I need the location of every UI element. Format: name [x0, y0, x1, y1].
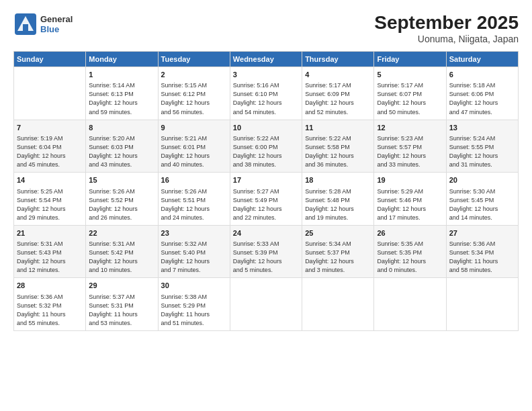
- day-number: 24: [233, 228, 299, 238]
- day-number: 18: [305, 175, 371, 185]
- calendar-cell: 30Sunrise: 5:38 AM Sunset: 5:29 PM Dayli…: [158, 278, 230, 331]
- header-day-wednesday: Wednesday: [230, 52, 302, 67]
- cell-info: Sunrise: 5:21 AM Sunset: 6:01 PM Dayligh…: [161, 134, 227, 169]
- calendar-header-row: SundayMondayTuesdayWednesdayThursdayFrid…: [14, 52, 519, 67]
- calendar-cell: 10Sunrise: 5:22 AM Sunset: 6:00 PM Dayli…: [230, 120, 302, 173]
- logo-general: General: [40, 14, 73, 24]
- cell-info: Sunrise: 5:23 AM Sunset: 5:57 PM Dayligh…: [377, 134, 443, 169]
- cell-info: Sunrise: 5:30 AM Sunset: 5:45 PM Dayligh…: [449, 187, 515, 222]
- calendar-cell: [374, 278, 446, 331]
- day-number: 10: [233, 123, 299, 133]
- cell-info: Sunrise: 5:38 AM Sunset: 5:29 PM Dayligh…: [161, 293, 227, 328]
- cell-info: Sunrise: 5:36 AM Sunset: 5:34 PM Dayligh…: [449, 240, 515, 275]
- cell-info: Sunrise: 5:18 AM Sunset: 6:06 PM Dayligh…: [449, 81, 515, 116]
- day-number: 22: [89, 228, 154, 238]
- cell-info: Sunrise: 5:14 AM Sunset: 6:13 PM Dayligh…: [89, 81, 154, 116]
- day-number: 21: [17, 228, 83, 238]
- calendar-cell: 29Sunrise: 5:37 AM Sunset: 5:31 PM Dayli…: [86, 278, 158, 331]
- cell-info: Sunrise: 5:17 AM Sunset: 6:09 PM Dayligh…: [305, 81, 371, 116]
- day-number: 27: [449, 228, 515, 238]
- calendar-cell: 27Sunrise: 5:36 AM Sunset: 5:34 PM Dayli…: [446, 225, 518, 278]
- day-number: 1: [89, 70, 154, 80]
- calendar-cell: 9Sunrise: 5:21 AM Sunset: 6:01 PM Daylig…: [158, 120, 230, 173]
- calendar-cell: 6Sunrise: 5:18 AM Sunset: 6:06 PM Daylig…: [446, 67, 518, 120]
- cell-info: Sunrise: 5:31 AM Sunset: 5:43 PM Dayligh…: [17, 240, 83, 275]
- calendar-week-row: 7Sunrise: 5:19 AM Sunset: 6:04 PM Daylig…: [14, 120, 519, 173]
- calendar-cell: 28Sunrise: 5:36 AM Sunset: 5:32 PM Dayli…: [14, 278, 86, 331]
- cell-info: Sunrise: 5:32 AM Sunset: 5:40 PM Dayligh…: [161, 240, 227, 275]
- cell-info: Sunrise: 5:28 AM Sunset: 5:48 PM Dayligh…: [305, 187, 371, 222]
- day-number: 9: [161, 123, 227, 133]
- calendar-cell: 26Sunrise: 5:35 AM Sunset: 5:35 PM Dayli…: [374, 225, 446, 278]
- page-header: General Blue September 2025 Uonuma, Niig…: [13, 12, 519, 44]
- calendar-cell: 24Sunrise: 5:33 AM Sunset: 5:39 PM Dayli…: [230, 225, 302, 278]
- day-number: 2: [161, 70, 227, 80]
- header-day-monday: Monday: [86, 52, 158, 67]
- calendar-cell: 12Sunrise: 5:23 AM Sunset: 5:57 PM Dayli…: [374, 120, 446, 173]
- day-number: 7: [17, 123, 83, 133]
- cell-info: Sunrise: 5:25 AM Sunset: 5:54 PM Dayligh…: [17, 187, 83, 222]
- calendar-cell: 16Sunrise: 5:26 AM Sunset: 5:51 PM Dayli…: [158, 173, 230, 226]
- page-title: September 2025: [374, 12, 519, 34]
- cell-info: Sunrise: 5:31 AM Sunset: 5:42 PM Dayligh…: [89, 240, 154, 275]
- calendar-cell: 8Sunrise: 5:20 AM Sunset: 6:03 PM Daylig…: [86, 120, 158, 173]
- day-number: 8: [89, 123, 154, 133]
- day-number: 14: [17, 175, 83, 185]
- calendar-cell: 18Sunrise: 5:28 AM Sunset: 5:48 PM Dayli…: [302, 173, 374, 226]
- calendar-cell: [14, 67, 86, 120]
- calendar-cell: 11Sunrise: 5:22 AM Sunset: 5:58 PM Dayli…: [302, 120, 374, 173]
- cell-info: Sunrise: 5:26 AM Sunset: 5:52 PM Dayligh…: [89, 187, 154, 222]
- day-number: 23: [161, 228, 227, 238]
- cell-info: Sunrise: 5:24 AM Sunset: 5:55 PM Dayligh…: [449, 134, 515, 169]
- day-number: 29: [89, 281, 154, 291]
- cell-info: Sunrise: 5:33 AM Sunset: 5:39 PM Dayligh…: [233, 240, 299, 275]
- day-number: 5: [377, 70, 443, 80]
- calendar-cell: [446, 278, 518, 331]
- calendar-cell: 2Sunrise: 5:15 AM Sunset: 6:12 PM Daylig…: [158, 67, 230, 120]
- day-number: 25: [305, 228, 371, 238]
- calendar-cell: 17Sunrise: 5:27 AM Sunset: 5:49 PM Dayli…: [230, 173, 302, 226]
- day-number: 17: [233, 175, 299, 185]
- day-number: 6: [449, 70, 515, 80]
- calendar-cell: [302, 278, 374, 331]
- calendar-week-row: 21Sunrise: 5:31 AM Sunset: 5:43 PM Dayli…: [14, 225, 519, 278]
- day-number: 13: [449, 123, 515, 133]
- calendar-week-row: 1Sunrise: 5:14 AM Sunset: 6:13 PM Daylig…: [14, 67, 519, 120]
- logo-icon: [13, 12, 38, 36]
- day-number: 16: [161, 175, 227, 185]
- cell-info: Sunrise: 5:20 AM Sunset: 6:03 PM Dayligh…: [89, 134, 154, 169]
- calendar-cell: 14Sunrise: 5:25 AM Sunset: 5:54 PM Dayli…: [14, 173, 86, 226]
- calendar-cell: 21Sunrise: 5:31 AM Sunset: 5:43 PM Dayli…: [14, 225, 86, 278]
- cell-info: Sunrise: 5:34 AM Sunset: 5:37 PM Dayligh…: [305, 240, 371, 275]
- day-number: 3: [233, 70, 299, 80]
- calendar-cell: [230, 278, 302, 331]
- day-number: 15: [89, 175, 154, 185]
- logo: General Blue: [13, 12, 73, 36]
- day-number: 30: [161, 281, 227, 291]
- page-subtitle: Uonuma, Niigata, Japan: [374, 34, 519, 44]
- calendar-cell: 19Sunrise: 5:29 AM Sunset: 5:46 PM Dayli…: [374, 173, 446, 226]
- day-number: 12: [377, 123, 443, 133]
- calendar-cell: 22Sunrise: 5:31 AM Sunset: 5:42 PM Dayli…: [86, 225, 158, 278]
- cell-info: Sunrise: 5:26 AM Sunset: 5:51 PM Dayligh…: [161, 187, 227, 222]
- svg-rect-2: [23, 24, 28, 31]
- cell-info: Sunrise: 5:15 AM Sunset: 6:12 PM Dayligh…: [161, 81, 227, 116]
- title-block: September 2025 Uonuma, Niigata, Japan: [374, 12, 519, 44]
- calendar-cell: 13Sunrise: 5:24 AM Sunset: 5:55 PM Dayli…: [446, 120, 518, 173]
- calendar-cell: 4Sunrise: 5:17 AM Sunset: 6:09 PM Daylig…: [302, 67, 374, 120]
- calendar-cell: 20Sunrise: 5:30 AM Sunset: 5:45 PM Dayli…: [446, 173, 518, 226]
- cell-info: Sunrise: 5:29 AM Sunset: 5:46 PM Dayligh…: [377, 187, 443, 222]
- header-day-friday: Friday: [374, 52, 446, 67]
- calendar-cell: 3Sunrise: 5:16 AM Sunset: 6:10 PM Daylig…: [230, 67, 302, 120]
- cell-info: Sunrise: 5:35 AM Sunset: 5:35 PM Dayligh…: [377, 240, 443, 275]
- header-day-sunday: Sunday: [14, 52, 86, 67]
- cell-info: Sunrise: 5:22 AM Sunset: 5:58 PM Dayligh…: [305, 134, 371, 169]
- calendar-table: SundayMondayTuesdayWednesdayThursdayFrid…: [13, 51, 519, 331]
- calendar-cell: 25Sunrise: 5:34 AM Sunset: 5:37 PM Dayli…: [302, 225, 374, 278]
- cell-info: Sunrise: 5:37 AM Sunset: 5:31 PM Dayligh…: [89, 293, 154, 328]
- calendar-cell: 23Sunrise: 5:32 AM Sunset: 5:40 PM Dayli…: [158, 225, 230, 278]
- day-number: 28: [17, 281, 83, 291]
- day-number: 11: [305, 123, 371, 133]
- calendar-week-row: 28Sunrise: 5:36 AM Sunset: 5:32 PM Dayli…: [14, 278, 519, 331]
- day-number: 4: [305, 70, 371, 80]
